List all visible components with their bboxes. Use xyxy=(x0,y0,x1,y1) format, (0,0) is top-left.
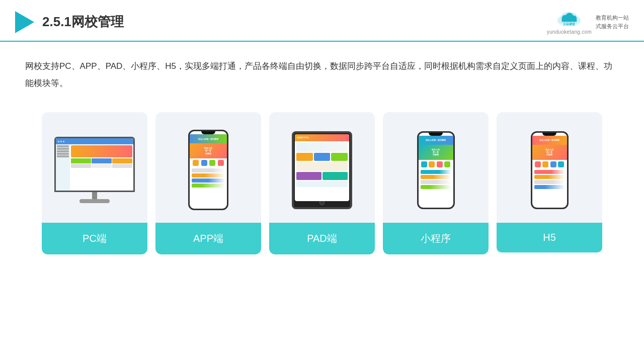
phone-notch-mini xyxy=(429,133,443,136)
cloud-logo-wrap: 云朵课堂 yunduoketang.com xyxy=(547,9,592,35)
card-h5: 职达人的第一堂列播课 职达人的第一堂列播课 xyxy=(497,112,602,254)
brand-tagline-line2: 式服务云平台 xyxy=(596,22,629,31)
phone-notch-h5 xyxy=(542,133,556,136)
card-miniprogram-image: 职达人的第一堂列播课 职达人的第一堂列播课 xyxy=(383,112,489,223)
card-pc-label: PC端 xyxy=(42,223,147,254)
card-pc-image xyxy=(42,112,147,223)
phone-mockup-miniprogram: 职达人的第一堂列播课 职达人的第一堂列播课 xyxy=(417,131,455,209)
brand-tagline: 教育机构一站 式服务云平台 xyxy=(596,14,629,30)
card-app-image: 职达人的第一堂列播课 职达人的第一堂列播课 xyxy=(155,112,261,223)
phone-screen: 职达人的第一堂列播课 职达人的第一堂列播课 xyxy=(190,131,227,209)
card-h5-label: H5 xyxy=(497,223,602,252)
cards-section: PC端 职达人的第一堂列播课 职达人的第一堂列播课 xyxy=(0,102,644,269)
description-text: 网校支持PC、APP、PAD、小程序、H5，实现多端打通，产品各终端自由切换，数… xyxy=(0,42,644,102)
card-app-label: APP端 xyxy=(155,223,261,254)
logo-triangle-icon xyxy=(15,11,34,33)
brand-url: yunduoketang.com xyxy=(547,29,592,35)
page-title: 2.5.1网校管理 xyxy=(42,13,124,31)
brand-logo: 云朵课堂 yunduoketang.com 教育机构一站 式服务云平台 xyxy=(547,9,629,35)
card-miniprogram-label: 小程序 xyxy=(383,223,489,254)
phone-screen-mini: 职达人的第一堂列播课 职达人的第一堂列播课 xyxy=(419,133,453,208)
brand-tagline-line1: 教育机构一站 xyxy=(596,14,629,22)
card-pc: PC端 xyxy=(42,112,147,254)
tablet-screen: 在线学习平台 xyxy=(295,134,349,201)
card-app: 职达人的第一堂列播课 职达人的第一堂列播课 xyxy=(155,112,261,254)
tablet-mockup: 在线学习平台 xyxy=(292,131,352,209)
phone-mockup-h5: 职达人的第一堂列播课 职达人的第一堂列播课 xyxy=(531,131,569,209)
svg-rect-7 xyxy=(562,19,577,22)
phone-mockup-app: 职达人的第一堂列播课 职达人的第一堂列播课 xyxy=(188,130,228,210)
svg-text:云朵课堂: 云朵课堂 xyxy=(563,22,575,26)
card-h5-image: 职达人的第一堂列播课 职达人的第一堂列播课 xyxy=(497,112,602,223)
card-pad-label: PAD端 xyxy=(269,223,375,254)
card-miniprogram: 职达人的第一堂列播课 职达人的第一堂列播课 xyxy=(383,112,489,254)
header-left: 2.5.1网校管理 xyxy=(15,11,124,33)
phone-notch xyxy=(201,131,215,134)
card-pad: 在线学习平台 xyxy=(269,112,375,254)
phone-screen-h5: 职达人的第一堂列播课 职达人的第一堂列播课 xyxy=(532,133,567,208)
header: 2.5.1网校管理 云朵课堂 yunduoketang.com 教育机构一站 xyxy=(0,0,644,42)
cloud-icon: 云朵课堂 xyxy=(554,9,584,28)
pc-monitor-icon xyxy=(54,137,135,203)
card-pad-image: 在线学习平台 xyxy=(269,112,375,223)
